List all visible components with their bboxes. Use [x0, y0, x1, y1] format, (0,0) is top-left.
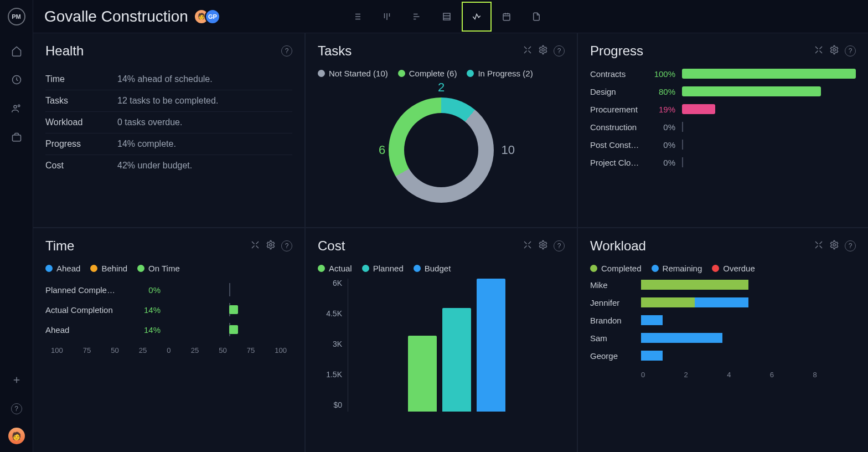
workload-name: Jennifer — [590, 298, 634, 307]
add-icon[interactable] — [7, 370, 27, 390]
expand-icon[interactable] — [250, 240, 260, 252]
help-icon[interactable]: ? — [554, 240, 565, 251]
legend-item: Remaining — [652, 264, 702, 273]
clock-icon[interactable] — [7, 70, 27, 90]
avatar[interactable]: GP — [205, 9, 220, 24]
svg-rect-5 — [503, 13, 510, 20]
gear-icon[interactable] — [538, 240, 548, 252]
legend-label: Not Started (10) — [329, 69, 388, 78]
health-value: 12 tasks to be completed. — [117, 96, 218, 106]
sheet-view-icon[interactable] — [432, 2, 462, 32]
legend-label: Ahead — [56, 264, 80, 273]
progress-row: Post Const… 0% — [590, 140, 856, 150]
progress-bar — [682, 122, 856, 132]
panel-title: Cost — [318, 238, 345, 254]
workload-seg — [641, 297, 695, 307]
workload-seg — [695, 297, 748, 307]
panel-title: Health — [45, 43, 84, 59]
user-avatar[interactable]: 🧑 — [8, 428, 25, 444]
svg-point-6 — [542, 49, 545, 52]
svg-point-9 — [542, 244, 545, 246]
progress-bar — [682, 69, 856, 79]
workload-seg — [641, 280, 748, 290]
panel-workload: Workload ? Completed Remaining Overdue M… — [578, 228, 868, 452]
expand-icon[interactable] — [523, 240, 533, 252]
health-label: Time — [45, 74, 117, 84]
donut-label: 10 — [502, 143, 515, 157]
axis-tick: 4 — [727, 371, 770, 379]
legend-item: Behind — [90, 264, 127, 273]
axis-tick: 0 — [641, 371, 684, 379]
health-row: Time 14% ahead of schedule. — [45, 69, 292, 90]
help-icon[interactable]: ? — [7, 399, 27, 419]
workload-bar — [641, 315, 856, 325]
health-value: 14% ahead of schedule. — [117, 74, 213, 84]
help-icon[interactable]: ? — [281, 45, 292, 56]
time-row-name: Actual Completion — [45, 305, 128, 315]
home-icon[interactable] — [7, 41, 27, 61]
workload-row: Jennifer — [590, 297, 856, 307]
cost-bar — [442, 308, 471, 412]
legend-label: Remaining — [663, 264, 702, 273]
workload-seg — [641, 333, 722, 343]
legend-label: Budget — [425, 264, 451, 273]
workload-row: Sam — [590, 333, 856, 343]
legend-label: In Progress (2) — [478, 69, 533, 78]
svg-point-2 — [18, 105, 19, 106]
expand-icon[interactable] — [814, 240, 824, 252]
dashboard-view-icon[interactable] — [462, 2, 492, 32]
gear-icon[interactable] — [538, 45, 548, 57]
axis-tick: 2 — [684, 371, 727, 379]
team-icon[interactable] — [7, 99, 27, 119]
legend-item: In Progress (2) — [467, 69, 533, 78]
progress-pct: 100% — [652, 69, 675, 79]
panel-title: Workload — [590, 238, 646, 254]
cost-bar — [477, 279, 505, 412]
time-row: Actual Completion 14% — [45, 304, 292, 315]
workload-bar — [641, 297, 856, 307]
gear-icon[interactable] — [266, 240, 276, 252]
panel-title: Tasks — [318, 43, 352, 59]
legend-dot-icon — [362, 265, 369, 272]
board-view-icon[interactable] — [372, 2, 402, 32]
project-avatars[interactable]: 🧑 GP — [198, 9, 220, 24]
donut-label: 2 — [438, 80, 445, 95]
time-row-pct: 14% — [134, 325, 161, 335]
progress-row: Procurement 19% — [590, 104, 856, 114]
axis-tick: 75 — [247, 346, 255, 355]
gear-icon[interactable] — [829, 240, 839, 252]
workload-name: Mike — [590, 280, 634, 290]
svg-point-10 — [833, 244, 836, 246]
progress-bar — [682, 157, 856, 167]
help-icon[interactable]: ? — [554, 45, 565, 56]
panel-cost: Cost ? Actual Planned Budget 6K4.5K3K1.5… — [306, 228, 577, 452]
axis-tick: 1.5K — [318, 370, 342, 379]
briefcase-icon[interactable] — [7, 127, 27, 147]
legend-dot-icon — [590, 265, 597, 272]
help-icon[interactable]: ? — [281, 240, 292, 251]
cost-bar — [408, 336, 437, 412]
gear-icon[interactable] — [829, 45, 839, 57]
panel-health: Health ? Time 14% ahead of schedule. Tas… — [33, 33, 304, 227]
legend-item: Completed — [590, 264, 642, 273]
svg-point-1 — [14, 105, 17, 108]
progress-bar — [682, 86, 856, 96]
expand-icon[interactable] — [523, 45, 533, 57]
file-view-icon[interactable] — [521, 2, 551, 32]
axis-tick: 75 — [83, 346, 91, 355]
project-title: Govalle Construction — [44, 8, 188, 25]
workload-bar — [641, 333, 856, 343]
progress-pct: 0% — [652, 122, 675, 132]
app-logo[interactable]: PM — [8, 8, 25, 25]
expand-icon[interactable] — [814, 45, 824, 57]
time-bar — [166, 324, 292, 335]
help-icon[interactable]: ? — [845, 45, 856, 56]
calendar-view-icon[interactable] — [492, 2, 521, 32]
gantt-view-icon[interactable] — [402, 2, 432, 32]
workload-row: Brandon — [590, 315, 856, 325]
help-icon[interactable]: ? — [845, 240, 856, 251]
donut-label: 6 — [379, 143, 385, 157]
svg-point-7 — [833, 49, 836, 52]
list-view-icon[interactable] — [342, 2, 372, 32]
axis-tick: 6 — [770, 371, 813, 379]
